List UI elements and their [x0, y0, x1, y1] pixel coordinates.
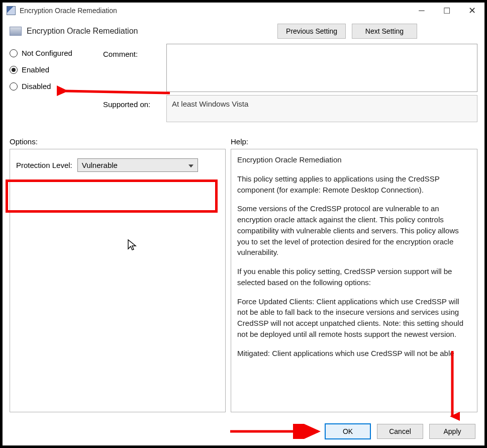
state-radio-group: Not Configured Enabled Disabled — [10, 44, 101, 91]
radio-label: Enabled — [22, 65, 49, 74]
policy-title: Encryption Oracle Remediation — [27, 27, 138, 36]
options-section-label: Options: — [10, 137, 231, 146]
help-text: Mitigated: Client applications which use… — [237, 348, 471, 359]
radio-enabled[interactable]: Enabled — [10, 65, 101, 74]
supported-on-box: At least Windows Vista — [166, 95, 477, 122]
help-text: If you enable this policy setting, CredS… — [237, 266, 471, 288]
app-icon — [7, 6, 16, 15]
next-setting-button[interactable]: Next Setting — [352, 24, 417, 39]
previous-setting-button[interactable]: Previous Setting — [277, 24, 346, 39]
comment-textarea[interactable] — [166, 44, 477, 92]
policy-editor-window: Encryption Oracle Remediation ─ ☐ ✕ Encr… — [3, 3, 484, 445]
radio-icon — [10, 66, 18, 74]
help-section-label: Help: — [231, 137, 248, 146]
radio-not-configured[interactable]: Not Configured — [10, 49, 101, 57]
help-text: Force Updated Clients: Client applicatio… — [237, 296, 471, 340]
supported-label: Supported on: — [103, 95, 164, 109]
apply-button[interactable]: Apply — [429, 424, 475, 439]
help-text: Some versions of the CredSSP protocol ar… — [237, 203, 471, 258]
ok-button[interactable]: OK — [325, 423, 371, 439]
header-row: Encryption Oracle Remediation Previous S… — [3, 19, 484, 43]
window-title: Encryption Oracle Remediation — [20, 7, 117, 15]
dialog-button-row: OK Cancel Apply — [3, 417, 484, 445]
options-pane: Protection Level: Vulnerable — [10, 149, 226, 412]
protection-level-value: Vulnerable — [82, 161, 118, 169]
radio-label: Disabled — [22, 82, 51, 91]
window-controls: ─ ☐ ✕ — [409, 3, 484, 19]
close-button[interactable]: ✕ — [459, 3, 484, 19]
help-text: This policy setting applies to applicati… — [237, 173, 471, 196]
comment-label: Comment: — [103, 44, 164, 58]
maximize-button[interactable]: ☐ — [434, 3, 459, 19]
content-area: Not Configured Enabled Disabled Comment:… — [3, 43, 484, 417]
radio-icon — [10, 49, 18, 57]
help-text: Encryption Oracle Remediation — [237, 154, 471, 165]
radio-label: Not Configured — [22, 49, 72, 57]
protection-level-select[interactable]: Vulnerable — [77, 158, 198, 172]
cancel-button[interactable]: Cancel — [377, 424, 423, 439]
help-pane[interactable]: Encryption Oracle Remediation This polic… — [231, 149, 477, 412]
minimize-button[interactable]: ─ — [409, 3, 434, 19]
radio-disabled[interactable]: Disabled — [10, 82, 101, 91]
policy-icon — [10, 27, 22, 36]
titlebar: Encryption Oracle Remediation ─ ☐ ✕ — [3, 3, 484, 19]
radio-icon — [10, 82, 18, 91]
supported-on-value: At least Windows Vista — [172, 100, 248, 108]
protection-level-label: Protection Level: — [16, 161, 72, 169]
